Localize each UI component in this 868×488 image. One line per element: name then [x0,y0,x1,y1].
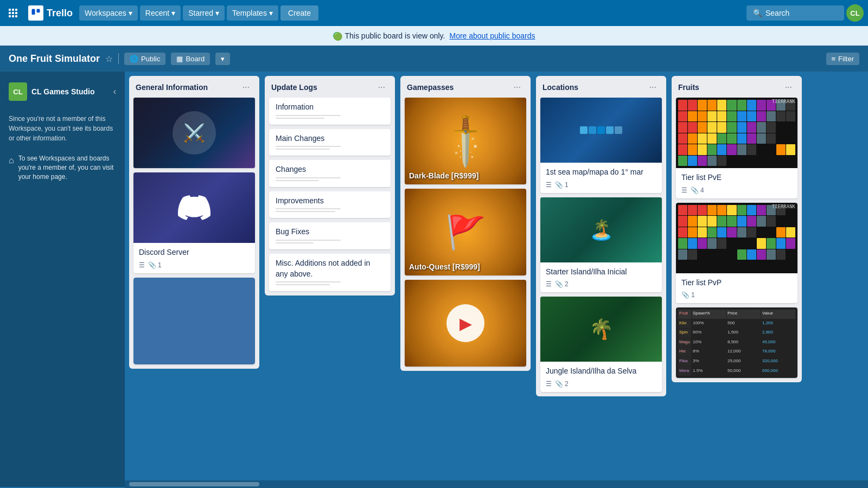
card-image: TIERRANK [676,98,797,168]
column-cards: ⚔️ One Fruit Simulator Discord Server [129,98,259,369]
svg-rect-4 [12,12,14,14]
card-dark-blade[interactable]: 🗡️ Dark-Blade [R$999] [405,98,526,184]
column-cards: 1st sea map/mapa do 1° mar ☰ 📎 1 [536,98,666,396]
card-image: 🌴 [540,297,662,362]
card-tier-table[interactable]: Fruit Spawn% Price Value Kilo 100% 500 1… [676,307,797,378]
board-content: General Information ··· ⚔️ One Fruit Sim… [125,72,868,487]
grid-icon[interactable] [4,4,22,22]
play-icon: ▶ [446,304,484,342]
card-discord-server[interactable]: Discord Server ☰ 📎 1 [133,172,255,273]
card-image [133,172,255,243]
svg-rect-8 [15,15,17,17]
svg-rect-5 [15,12,17,14]
column-cards: 🗡️ Dark-Blade [R$999] 🚩 Auto-Quest [R$99… [400,98,531,371]
svg-rect-6 [9,15,11,17]
column-locations: Locations ··· [536,76,666,396]
trello-icon [28,5,43,21]
card-image: ▶ [405,280,526,367]
column-fruits: Fruits ··· [672,76,802,382]
search-icon: 🔍 [753,9,762,17]
card-image: Fruit Spawn% Price Value Kilo 100% 500 1… [676,307,797,378]
top-navigation: Trello Workspaces ▾ Recent ▾ Starred ▾ T… [0,0,868,26]
card-image: 🚩 Auto-Quest [R$999] [405,189,526,275]
chevron-down-icon: ▾ [269,9,273,17]
card-gamepass-3[interactable]: ▶ [405,280,526,367]
recent-button[interactable]: Recent ▾ [140,5,181,21]
svg-rect-9 [32,9,35,15]
search-bar[interactable]: 🔍 Search [746,5,844,21]
starred-button[interactable]: Starred ▾ [183,5,225,21]
avatar[interactable]: CL [846,4,864,22]
card-auto-quest[interactable]: 🚩 Auto-Quest [R$999] [405,189,526,275]
scrollbar-thumb [129,482,259,486]
column-general-information: General Information ··· ⚔️ One Fruit Sim… [129,76,259,369]
card-overlay-text: Dark-Blade [R$999] [409,171,478,180]
card-image: TIERRANK [676,203,797,273]
horizontal-scrollbar[interactable] [125,480,868,488]
card-image: 🏝️ [540,197,662,262]
create-button[interactable]: Create [280,5,318,21]
card-image [540,98,662,163]
column-gamepasses: Gamepasses ··· 🗡️ Dark-Blade [R$999] [400,76,531,371]
column-cards: TIERRANK Tier list PvE ☰ 📎 4 [672,98,802,382]
flag-icon: 🚩 [445,213,486,252]
chevron-down-icon: ▾ [171,9,175,17]
svg-rect-7 [12,15,14,17]
card-overlay-text: Auto-Quest [R$999] [409,262,480,271]
trello-wordmark: Trello [47,8,73,19]
main-layout: CL CL Games Studio ‹ Since you're not a … [0,72,868,487]
svg-rect-0 [9,9,11,11]
chevron-down-icon: ▾ [129,9,132,17]
workspaces-button[interactable]: Workspaces ▾ [79,5,138,21]
templates-button[interactable]: Templates ▾ [227,5,278,21]
trello-logo[interactable]: Trello [24,5,77,21]
chevron-down-icon: ▾ [215,9,219,17]
svg-rect-1 [12,9,14,11]
svg-rect-2 [15,9,17,11]
card-image: 🗡️ Dark-Blade [R$999] [405,98,526,184]
svg-rect-10 [37,9,40,13]
svg-rect-3 [9,12,11,14]
